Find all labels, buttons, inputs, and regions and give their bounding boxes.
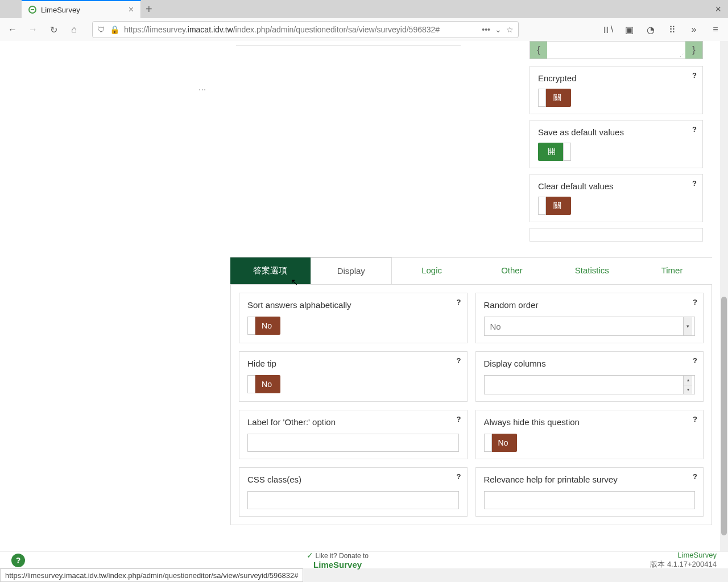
forward-button: → xyxy=(25,22,41,38)
relevance-equation-input[interactable]: { ⋰ } xyxy=(530,41,703,59)
back-button[interactable]: ← xyxy=(5,22,20,38)
clear-default-setting: ? Clear default values 關 xyxy=(530,174,703,222)
footer-help-icon[interactable]: ? xyxy=(11,554,25,567)
save-default-toggle[interactable]: 開 xyxy=(538,143,571,161)
tab-statistics[interactable]: Statistics xyxy=(552,257,632,284)
css-classes-input[interactable] xyxy=(247,491,459,509)
hide-tip-toggle[interactable]: No xyxy=(247,375,280,393)
help-icon[interactable]: ? xyxy=(693,298,697,306)
encrypted-setting: ? Encrypted 關 xyxy=(530,66,703,114)
vertical-scrollbar[interactable] xyxy=(720,41,728,557)
browser-status-bar: https://limesurvey.imacat.idv.tw/index.p… xyxy=(0,568,303,582)
encrypted-toggle[interactable]: 關 xyxy=(538,89,571,107)
shield-icon[interactable]: 🛡 xyxy=(97,25,105,34)
empty-panel xyxy=(530,228,703,242)
divider xyxy=(236,45,461,46)
reload-button[interactable]: ↻ xyxy=(46,22,61,38)
help-icon[interactable]: ? xyxy=(693,472,697,481)
random-order-select[interactable]: No ▾ xyxy=(484,317,696,336)
display-columns-option: ? Display columns ▴▾ xyxy=(475,351,704,402)
url-bar[interactable]: 🛡 🔒 https://limesurvey.imacat.idv.tw/ind… xyxy=(92,21,519,38)
new-tab-button[interactable]: + xyxy=(146,3,152,16)
help-icon[interactable]: ? xyxy=(693,415,697,423)
content-area: ⋮ { ⋰ } ? Encrypted 關 ? Save a xyxy=(0,41,728,557)
dropdown-arrow-icon: ▾ xyxy=(683,317,692,335)
tab-other[interactable]: Other xyxy=(471,257,552,284)
relevance-help-input[interactable] xyxy=(484,491,696,509)
sort-alpha-toggle[interactable]: No xyxy=(247,317,280,335)
settings-panel: { ⋰ } ? Encrypted 關 ? Save as default va… xyxy=(530,41,703,242)
css-classes-option: ? CSS class(es) xyxy=(239,467,468,517)
browser-tab[interactable]: LimeSurvey × xyxy=(22,0,141,18)
tab-bar: LimeSurvey × + × xyxy=(0,0,728,18)
lock-icon: 🔒 xyxy=(110,25,119,34)
bookmark-icon[interactable]: ☆ xyxy=(506,25,514,34)
save-default-setting: ? Save as default values 開 xyxy=(530,120,703,168)
close-window-icon[interactable]: × xyxy=(715,3,721,15)
display-columns-input[interactable]: ▴▾ xyxy=(484,375,696,394)
encrypted-label: Encrypted xyxy=(538,73,694,83)
account-icon[interactable]: ◔ xyxy=(643,22,659,38)
question-settings-tabs: 答案選項 Display Logic Other Statistics Time… xyxy=(230,257,712,525)
tab-timer[interactable]: Timer xyxy=(632,257,712,284)
help-icon[interactable]: ? xyxy=(457,298,461,306)
footer-version: LimeSurvey 版本 4.1.17+200414 xyxy=(650,551,717,569)
pocket-icon[interactable]: ⌄ xyxy=(495,25,502,34)
tab-title: LimeSurvey xyxy=(41,6,124,14)
help-icon[interactable]: ? xyxy=(692,179,697,188)
home-button[interactable]: ⌂ xyxy=(66,22,82,38)
random-order-option: ? Random order No ▾ xyxy=(475,293,704,343)
tabs-row: 答案選項 Display Logic Other Statistics Time… xyxy=(230,257,712,285)
spinner-icon[interactable]: ▴▾ xyxy=(683,376,692,394)
other-label-input[interactable] xyxy=(247,434,459,452)
help-icon[interactable]: ? xyxy=(457,356,461,365)
sort-alpha-option: ? Sort answers alphabetically No xyxy=(239,293,468,343)
reader-icon[interactable]: ▣ xyxy=(621,22,637,38)
library-icon[interactable]: ⫼\ xyxy=(599,22,615,38)
limesurvey-icon xyxy=(28,6,36,14)
relevance-help-option: ? Relevance help for printable survey xyxy=(475,467,704,517)
help-icon[interactable]: ? xyxy=(457,415,461,423)
clear-default-toggle[interactable]: 關 xyxy=(538,197,571,215)
tab-logic[interactable]: Logic xyxy=(392,257,472,284)
tab-display[interactable]: Display xyxy=(311,257,392,284)
hide-tip-option: ? Hide tip No xyxy=(239,351,468,402)
brace-left: { xyxy=(530,41,547,59)
scrollbar-thumb[interactable] xyxy=(721,297,727,535)
always-hide-option: ? Always hide this question No xyxy=(475,410,704,459)
always-hide-toggle[interactable]: No xyxy=(484,434,517,452)
resize-handle[interactable]: ⋰ xyxy=(680,52,685,58)
clear-default-label: Clear default values xyxy=(538,181,694,191)
overflow-icon[interactable]: » xyxy=(686,22,702,38)
menu-icon[interactable]: ≡ xyxy=(708,22,723,38)
other-label-option: ? Label for 'Other:' option xyxy=(239,410,468,459)
url-text: https://limesurvey.imacat.idv.tw/index.p… xyxy=(124,25,477,34)
help-icon[interactable]: ? xyxy=(693,356,697,365)
browser-chrome: LimeSurvey × + × ← → ↻ ⌂ 🛡 🔒 https://lim… xyxy=(0,0,728,41)
tab-answers[interactable]: 答案選項 xyxy=(230,257,311,284)
help-icon[interactable]: ? xyxy=(457,472,461,481)
extensions-icon[interactable]: ⠿ xyxy=(664,22,680,38)
nav-bar: ← → ↻ ⌂ 🛡 🔒 https://limesurvey.imacat.id… xyxy=(0,18,728,41)
help-icon[interactable]: ? xyxy=(692,71,697,80)
footer-donate[interactable]: ✓ Like it? Donate to LimeSurvey xyxy=(25,551,650,569)
close-tab-icon[interactable]: × xyxy=(129,5,134,15)
more-icon[interactable]: ••• xyxy=(482,25,490,34)
display-options-grid: ? Sort answers alphabetically No ? Rando… xyxy=(230,285,712,525)
save-default-label: Save as default values xyxy=(538,127,694,137)
page-footer: ? ✓ Like it? Donate to LimeSurvey LimeSu… xyxy=(0,551,728,568)
brace-right: } xyxy=(685,41,702,59)
help-icon[interactable]: ? xyxy=(692,125,697,134)
